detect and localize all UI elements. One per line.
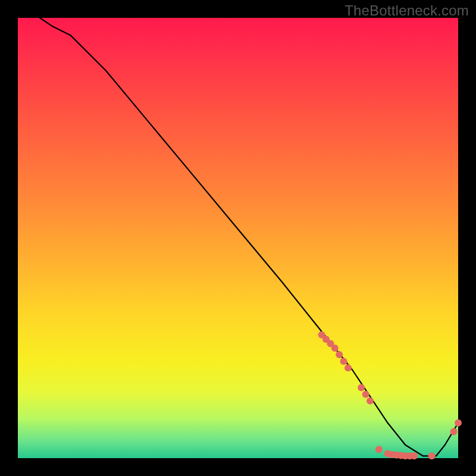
watermark-text: TheBottleneck.com xyxy=(345,2,469,19)
data-marker xyxy=(450,428,458,436)
data-marker xyxy=(358,384,365,392)
data-markers xyxy=(318,331,462,460)
data-marker xyxy=(331,345,339,352)
data-marker xyxy=(336,351,343,358)
chart-frame: TheBottleneck.com xyxy=(0,0,476,476)
data-marker xyxy=(345,364,352,371)
plot-area xyxy=(18,18,458,458)
data-marker xyxy=(340,358,347,365)
curve-line xyxy=(40,18,458,456)
data-marker xyxy=(455,419,462,427)
data-marker xyxy=(428,452,436,459)
chart-svg xyxy=(18,18,458,458)
data-marker xyxy=(362,391,369,398)
data-marker xyxy=(411,452,418,459)
data-marker xyxy=(367,397,374,405)
data-marker xyxy=(375,446,383,453)
